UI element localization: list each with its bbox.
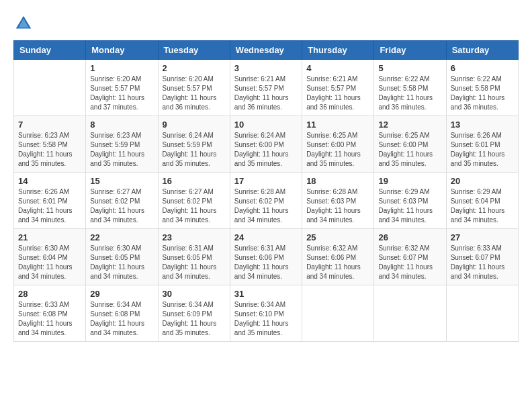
day-info: Sunrise: 6:30 AMSunset: 6:05 PMDaylight:… bbox=[90, 244, 153, 281]
day-number: 25 bbox=[306, 232, 369, 242]
day-number: 6 bbox=[451, 63, 514, 73]
day-number: 20 bbox=[451, 176, 514, 186]
logo-icon bbox=[13, 13, 34, 34]
day-info: Sunrise: 6:21 AMSunset: 5:57 PMDaylight:… bbox=[234, 75, 298, 112]
day-number: 24 bbox=[234, 232, 298, 242]
calendar-day-header: Thursday bbox=[302, 41, 374, 60]
calendar-day-header: Wednesday bbox=[230, 41, 302, 60]
calendar-cell bbox=[302, 285, 374, 342]
day-info: Sunrise: 6:23 AMSunset: 5:59 PMDaylight:… bbox=[90, 131, 153, 169]
day-number: 9 bbox=[163, 120, 226, 130]
calendar-week-row: 14Sunrise: 6:26 AMSunset: 6:01 PMDayligh… bbox=[14, 173, 519, 229]
day-number: 16 bbox=[163, 176, 226, 186]
calendar-cell: 28Sunrise: 6:33 AMSunset: 6:08 PMDayligh… bbox=[14, 285, 86, 342]
day-number: 31 bbox=[234, 289, 298, 299]
day-number: 3 bbox=[234, 63, 298, 73]
day-info: Sunrise: 6:29 AMSunset: 6:03 PMDaylight:… bbox=[378, 187, 441, 225]
day-number: 2 bbox=[163, 63, 226, 73]
calendar-cell: 24Sunrise: 6:31 AMSunset: 6:06 PMDayligh… bbox=[230, 229, 302, 285]
calendar-week-row: 21Sunrise: 6:30 AMSunset: 6:04 PMDayligh… bbox=[14, 229, 519, 285]
calendar-cell: 25Sunrise: 6:32 AMSunset: 6:06 PMDayligh… bbox=[302, 229, 374, 285]
calendar-cell: 21Sunrise: 6:30 AMSunset: 6:04 PMDayligh… bbox=[14, 229, 86, 285]
day-number: 14 bbox=[18, 176, 81, 186]
day-info: Sunrise: 6:25 AMSunset: 6:00 PMDaylight:… bbox=[378, 131, 441, 169]
page-header bbox=[13, 13, 519, 34]
calendar-cell: 26Sunrise: 6:32 AMSunset: 6:07 PMDayligh… bbox=[374, 229, 446, 285]
calendar-cell bbox=[14, 60, 86, 116]
day-info: Sunrise: 6:31 AMSunset: 6:06 PMDaylight:… bbox=[234, 244, 298, 281]
day-info: Sunrise: 6:22 AMSunset: 5:58 PMDaylight:… bbox=[378, 75, 441, 112]
day-info: Sunrise: 6:24 AMSunset: 6:00 PMDaylight:… bbox=[234, 131, 298, 169]
calendar-week-row: 1Sunrise: 6:20 AMSunset: 5:57 PMDaylight… bbox=[14, 60, 519, 116]
calendar-cell bbox=[446, 285, 518, 342]
day-number: 18 bbox=[306, 176, 369, 186]
day-number: 15 bbox=[90, 176, 153, 186]
day-info: Sunrise: 6:20 AMSunset: 5:57 PMDaylight:… bbox=[90, 75, 153, 112]
day-number: 12 bbox=[378, 120, 441, 130]
day-info: Sunrise: 6:31 AMSunset: 6:05 PMDaylight:… bbox=[163, 244, 226, 281]
day-info: Sunrise: 6:25 AMSunset: 6:00 PMDaylight:… bbox=[306, 131, 369, 169]
calendar-cell: 30Sunrise: 6:34 AMSunset: 6:09 PMDayligh… bbox=[158, 285, 230, 342]
calendar-cell: 15Sunrise: 6:27 AMSunset: 6:02 PMDayligh… bbox=[86, 173, 158, 229]
calendar-cell: 10Sunrise: 6:24 AMSunset: 6:00 PMDayligh… bbox=[230, 116, 302, 173]
calendar-cell bbox=[374, 285, 446, 342]
calendar-week-row: 28Sunrise: 6:33 AMSunset: 6:08 PMDayligh… bbox=[14, 285, 519, 342]
day-info: Sunrise: 6:33 AMSunset: 6:08 PMDaylight:… bbox=[18, 300, 81, 338]
day-info: Sunrise: 6:33 AMSunset: 6:07 PMDaylight:… bbox=[451, 244, 514, 281]
calendar-cell: 12Sunrise: 6:25 AMSunset: 6:00 PMDayligh… bbox=[374, 116, 446, 173]
day-info: Sunrise: 6:21 AMSunset: 5:57 PMDaylight:… bbox=[306, 75, 369, 112]
calendar-cell: 16Sunrise: 6:27 AMSunset: 6:02 PMDayligh… bbox=[158, 173, 230, 229]
calendar-day-header: Friday bbox=[374, 41, 446, 60]
day-info: Sunrise: 6:26 AMSunset: 6:01 PMDaylight:… bbox=[18, 187, 81, 225]
day-info: Sunrise: 6:28 AMSunset: 6:02 PMDaylight:… bbox=[234, 187, 298, 225]
day-info: Sunrise: 6:20 AMSunset: 5:57 PMDaylight:… bbox=[163, 75, 226, 112]
calendar-cell: 13Sunrise: 6:26 AMSunset: 6:01 PMDayligh… bbox=[446, 116, 518, 173]
calendar-cell: 14Sunrise: 6:26 AMSunset: 6:01 PMDayligh… bbox=[14, 173, 86, 229]
day-number: 13 bbox=[451, 120, 514, 130]
day-number: 10 bbox=[234, 120, 298, 130]
day-number: 22 bbox=[90, 232, 153, 242]
calendar-cell: 9Sunrise: 6:24 AMSunset: 5:59 PMDaylight… bbox=[158, 116, 230, 173]
day-info: Sunrise: 6:23 AMSunset: 5:58 PMDaylight:… bbox=[18, 131, 81, 169]
day-number: 17 bbox=[234, 176, 298, 186]
calendar-cell: 19Sunrise: 6:29 AMSunset: 6:03 PMDayligh… bbox=[374, 173, 446, 229]
day-info: Sunrise: 6:32 AMSunset: 6:07 PMDaylight:… bbox=[378, 244, 441, 281]
calendar-cell: 27Sunrise: 6:33 AMSunset: 6:07 PMDayligh… bbox=[446, 229, 518, 285]
day-info: Sunrise: 6:30 AMSunset: 6:04 PMDaylight:… bbox=[18, 244, 81, 281]
day-number: 11 bbox=[306, 120, 369, 130]
day-number: 28 bbox=[18, 289, 81, 299]
calendar-cell: 4Sunrise: 6:21 AMSunset: 5:57 PMDaylight… bbox=[302, 60, 374, 116]
calendar-cell: 1Sunrise: 6:20 AMSunset: 5:57 PMDaylight… bbox=[86, 60, 158, 116]
day-info: Sunrise: 6:24 AMSunset: 5:59 PMDaylight:… bbox=[163, 131, 226, 169]
calendar-table: SundayMondayTuesdayWednesdayThursdayFrid… bbox=[13, 40, 519, 342]
calendar-cell: 20Sunrise: 6:29 AMSunset: 6:04 PMDayligh… bbox=[446, 173, 518, 229]
calendar-cell: 17Sunrise: 6:28 AMSunset: 6:02 PMDayligh… bbox=[230, 173, 302, 229]
day-info: Sunrise: 6:28 AMSunset: 6:03 PMDaylight:… bbox=[306, 187, 369, 225]
day-number: 1 bbox=[90, 63, 153, 73]
day-number: 26 bbox=[378, 232, 441, 242]
day-number: 8 bbox=[90, 120, 153, 130]
calendar-cell: 8Sunrise: 6:23 AMSunset: 5:59 PMDaylight… bbox=[86, 116, 158, 173]
calendar-cell: 11Sunrise: 6:25 AMSunset: 6:00 PMDayligh… bbox=[302, 116, 374, 173]
calendar-cell: 29Sunrise: 6:34 AMSunset: 6:08 PMDayligh… bbox=[86, 285, 158, 342]
calendar-cell: 23Sunrise: 6:31 AMSunset: 6:05 PMDayligh… bbox=[158, 229, 230, 285]
calendar-cell: 7Sunrise: 6:23 AMSunset: 5:58 PMDaylight… bbox=[14, 116, 86, 173]
calendar-cell: 31Sunrise: 6:34 AMSunset: 6:10 PMDayligh… bbox=[230, 285, 302, 342]
calendar-cell: 6Sunrise: 6:22 AMSunset: 5:58 PMDaylight… bbox=[446, 60, 518, 116]
calendar-day-header: Tuesday bbox=[158, 41, 230, 60]
calendar-cell: 18Sunrise: 6:28 AMSunset: 6:03 PMDayligh… bbox=[302, 173, 374, 229]
day-info: Sunrise: 6:26 AMSunset: 6:01 PMDaylight:… bbox=[451, 131, 514, 169]
day-number: 29 bbox=[90, 289, 153, 299]
calendar-cell: 2Sunrise: 6:20 AMSunset: 5:57 PMDaylight… bbox=[158, 60, 230, 116]
day-number: 7 bbox=[18, 120, 81, 130]
calendar-cell: 5Sunrise: 6:22 AMSunset: 5:58 PMDaylight… bbox=[374, 60, 446, 116]
calendar-cell: 3Sunrise: 6:21 AMSunset: 5:57 PMDaylight… bbox=[230, 60, 302, 116]
day-info: Sunrise: 6:27 AMSunset: 6:02 PMDaylight:… bbox=[90, 187, 153, 225]
calendar-day-header: Monday bbox=[86, 41, 158, 60]
day-number: 19 bbox=[378, 176, 441, 186]
day-number: 30 bbox=[163, 289, 226, 299]
day-number: 27 bbox=[451, 232, 514, 242]
day-info: Sunrise: 6:29 AMSunset: 6:04 PMDaylight:… bbox=[451, 187, 514, 225]
day-info: Sunrise: 6:34 AMSunset: 6:08 PMDaylight:… bbox=[90, 300, 153, 338]
calendar-day-header: Sunday bbox=[14, 41, 86, 60]
